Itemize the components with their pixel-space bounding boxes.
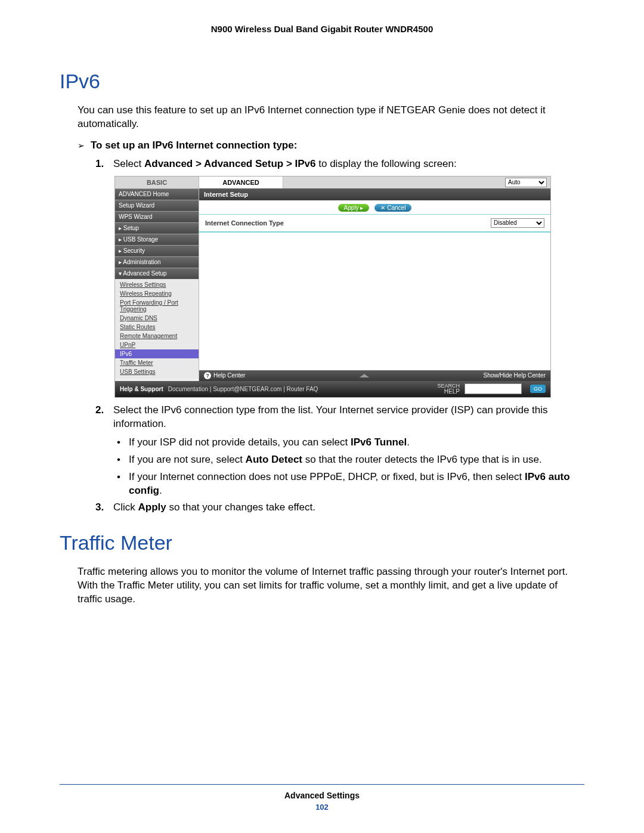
bullet-icon: • xyxy=(117,470,120,498)
sub-bullet-1: • If your ISP did not provide details, y… xyxy=(117,436,584,450)
help-center-label[interactable]: Help Center xyxy=(213,372,245,379)
router-ui-screenshot: BASIC ADVANCED Auto ADVANCED Home Setup … xyxy=(114,176,551,398)
connection-type-row: Internet Connection Type Disabled xyxy=(199,215,550,233)
step-3: 3. Click Apply so that your changes take… xyxy=(95,501,584,515)
subnav-wireless-settings[interactable]: Wireless Settings xyxy=(119,280,199,289)
help-support-label: Help & Support xyxy=(120,386,163,392)
sb2-suffix: so that the router detects the IPv6 type… xyxy=(302,454,542,465)
sb3-suffix: . xyxy=(159,485,162,496)
step3-prefix: Click xyxy=(113,501,138,513)
step-2: 2. Select the IPv6 connection type from … xyxy=(95,404,584,431)
ipv6-intro: You can use this feature to set up an IP… xyxy=(78,104,584,131)
search-input[interactable] xyxy=(465,383,522,394)
panel-title: Internet Setup xyxy=(199,188,550,200)
panel-body xyxy=(199,233,550,370)
subnav-static-routes[interactable]: Static Routes xyxy=(119,323,199,332)
sub-bullet-2: • If you are not sure, select Auto Detec… xyxy=(117,453,584,467)
help-bar: ? Help Center Show/Hide Help Center xyxy=(199,370,550,381)
apply-button[interactable]: Apply ▸ xyxy=(338,204,370,212)
sidebar-setup-wizard[interactable]: Setup Wizard xyxy=(115,200,199,211)
sidebar: ADVANCED Home Setup Wizard WPS Wizard Se… xyxy=(115,188,199,381)
subnav-traffic-meter[interactable]: Traffic Meter xyxy=(119,358,199,367)
sidebar-security[interactable]: Security xyxy=(115,245,199,256)
doc-header: N900 Wireless Dual Band Gigabit Router W… xyxy=(60,24,584,34)
step-number: 2. xyxy=(95,404,107,431)
cancel-button[interactable]: ✕ Cancel xyxy=(374,204,411,212)
sidebar-wps-wizard[interactable]: WPS Wizard xyxy=(115,211,199,222)
subnav-remote-management[interactable]: Remote Management xyxy=(119,332,199,340)
sidebar-usb-storage[interactable]: USB Storage xyxy=(115,234,199,245)
step3-suffix: so that your changes take effect. xyxy=(166,501,315,513)
step1-prefix: Select xyxy=(113,158,144,169)
page-footer: Advanced Settings 102 xyxy=(60,784,584,812)
sb1-suffix: . xyxy=(407,436,410,448)
tab-spacer xyxy=(283,176,505,188)
connection-type-label: Internet Connection Type xyxy=(205,219,284,227)
tab-basic[interactable]: BASIC xyxy=(115,176,199,188)
help-icon: ? xyxy=(204,372,211,379)
sb2-prefix: If you are not sure, select xyxy=(129,454,246,465)
sidebar-subnav: Wireless Settings Wireless Repeating Por… xyxy=(115,279,199,379)
sidebar-advanced-home[interactable]: ADVANCED Home xyxy=(115,188,199,200)
subnav-usb-settings[interactable]: USB Settings xyxy=(119,367,199,376)
help-support-links[interactable]: Documentation | Support@NETGEAR.com | Ro… xyxy=(168,386,318,392)
chevron-up-icon[interactable] xyxy=(360,374,369,377)
sidebar-setup[interactable]: Setup xyxy=(115,222,199,234)
ui-top-tabs: BASIC ADVANCED Auto xyxy=(115,176,550,188)
tab-advanced[interactable]: ADVANCED xyxy=(199,176,283,188)
button-row: Apply ▸ ✕ Cancel xyxy=(199,200,550,215)
sb1-prefix: If your ISP did not provide details, you… xyxy=(129,436,351,448)
subnav-port-forwarding[interactable]: Port Forwarding / Port Triggering xyxy=(119,298,199,314)
go-button[interactable]: GO xyxy=(530,385,546,393)
footer-rule xyxy=(60,784,584,785)
step-1: 1. Select Advanced > Advanced Setup > IP… xyxy=(95,157,584,171)
footer-title: Advanced Settings xyxy=(60,791,584,800)
sidebar-advanced-setup[interactable]: Advanced Setup xyxy=(115,268,199,279)
search-help-label: SEARCH HELP xyxy=(437,383,460,395)
sb2-bold: Auto Detect xyxy=(246,454,302,465)
subnav-upnp[interactable]: UPnP xyxy=(119,340,199,349)
connection-type-select[interactable]: Disabled xyxy=(491,218,544,228)
help-toggle[interactable]: Show/Hide Help Center xyxy=(483,372,546,379)
sub-bullet-3: • If your Internet connection does not u… xyxy=(117,470,584,498)
step-number: 3. xyxy=(95,501,107,515)
step1-suffix: to display the following screen: xyxy=(316,158,457,169)
subnav-ipv6[interactable]: IPv6 xyxy=(115,349,199,358)
subnav-dynamic-dns[interactable]: Dynamic DNS xyxy=(119,314,199,323)
ui-footer: Help & Support Documentation | Support@N… xyxy=(115,381,550,397)
task-heading: ➢ To set up an IPv6 Internet connection … xyxy=(78,140,584,151)
step1-path: Advanced > Advanced Setup > IPv6 xyxy=(144,158,316,169)
bullet-icon: • xyxy=(117,436,120,450)
task-heading-text: To set up an IPv6 Internet connection ty… xyxy=(91,140,297,151)
step3-bold: Apply xyxy=(138,501,166,513)
main-panel: Internet Setup Apply ▸ ✕ Cancel Internet… xyxy=(199,188,550,381)
section-heading-ipv6: IPv6 xyxy=(60,70,584,93)
section-heading-traffic-meter: Traffic Meter xyxy=(60,531,584,555)
subnav-wireless-repeating[interactable]: Wireless Repeating xyxy=(119,289,199,298)
step2-text: Select the IPv6 connection type from the… xyxy=(113,404,584,431)
arrow-icon: ➢ xyxy=(78,140,85,150)
step-number: 1. xyxy=(95,157,107,171)
sidebar-administration[interactable]: Administration xyxy=(115,256,199,268)
bullet-icon: • xyxy=(117,453,120,467)
traffic-meter-body: Traffic metering allows you to monitor t… xyxy=(78,565,584,606)
sb3-prefix: If your Internet connection does not use… xyxy=(129,471,525,482)
language-select[interactable]: Auto xyxy=(505,178,547,187)
sb1-bold: IPv6 Tunnel xyxy=(351,436,407,448)
footer-page-number: 102 xyxy=(60,803,584,812)
